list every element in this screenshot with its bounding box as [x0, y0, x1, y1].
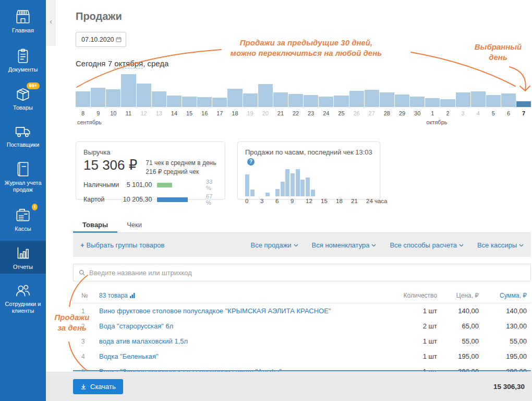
- day-label[interactable]: 27: [365, 110, 379, 128]
- filter-payment-methods[interactable]: Все способы расчета: [390, 241, 463, 249]
- day-label[interactable]: 25: [334, 110, 348, 128]
- day-label[interactable]: 18: [227, 110, 242, 128]
- day-bar[interactable]: [440, 99, 455, 107]
- row-sum: 195,00: [479, 352, 527, 360]
- filter-all-nomenclature[interactable]: Вся номенклатура: [312, 241, 377, 249]
- hour-bar: [300, 180, 305, 196]
- sidebar-item-cash-registers[interactable]: ! Кассы: [0, 203, 46, 235]
- day-label[interactable]: 15: [182, 110, 197, 128]
- day-bar[interactable]: [425, 98, 440, 107]
- tab-goods[interactable]: Товары: [73, 219, 117, 232]
- day-label[interactable]: 6: [501, 110, 516, 128]
- today-prefix: Сегодня 7: [76, 59, 114, 68]
- day-bar[interactable]: [501, 93, 516, 107]
- sidebar-item-reports[interactable]: Отчеты: [0, 241, 46, 274]
- sidebar-item-label: Сотрудники и клиенты: [1, 301, 45, 314]
- day-label[interactable]: 17: [212, 110, 227, 128]
- footer-bar: Скачать 15 306,30: [46, 372, 532, 401]
- day-bar[interactable]: [212, 98, 227, 107]
- hourly-title-text: Продажи по часам, последний чек 13:03: [245, 148, 372, 156]
- day-label[interactable]: 24: [319, 110, 333, 128]
- day-label[interactable]: 4: [471, 110, 486, 128]
- day-bar[interactable]: [227, 89, 242, 107]
- day-bar[interactable]: [258, 84, 273, 107]
- download-button[interactable]: Скачать: [73, 379, 123, 394]
- day-bar[interactable]: [516, 101, 531, 107]
- day-label[interactable]: 14: [167, 110, 182, 128]
- day-label[interactable]: 26: [349, 110, 364, 128]
- col-sum[interactable]: Сумма, ₽: [479, 292, 527, 299]
- select-goods-groups-link[interactable]: +Выбрать группы товаров: [80, 241, 164, 249]
- day-label[interactable]: 11: [121, 110, 136, 128]
- day-label[interactable]: 3: [456, 110, 470, 128]
- day-label[interactable]: 10: [106, 110, 120, 128]
- day-bar[interactable]: [304, 95, 318, 107]
- day-bar[interactable]: [365, 90, 379, 107]
- day-label[interactable]: 12: [137, 110, 151, 128]
- day-bar[interactable]: [152, 91, 166, 107]
- day-label[interactable]: 30: [410, 110, 425, 128]
- day-bar[interactable]: [91, 88, 105, 107]
- hour-bar: [306, 178, 310, 196]
- day-bar[interactable]: [349, 91, 364, 107]
- day-label[interactable]: 29: [395, 110, 409, 128]
- day-label[interactable]: 13: [152, 110, 166, 128]
- sidebar-item-documents[interactable]: Документы: [0, 43, 46, 76]
- product-link[interactable]: Вино фруктовое столовое полусладкое "КРЫ…: [99, 307, 389, 315]
- hourly-title: Продажи по часам, последний чек 13:03?: [245, 148, 372, 166]
- download-label: Скачать: [90, 383, 116, 391]
- sidebar-item-suppliers[interactable]: Поставщики: [0, 119, 46, 151]
- day-label[interactable]: 23: [304, 110, 318, 128]
- hour-bar: [311, 190, 315, 196]
- day-bar[interactable]: [380, 92, 394, 107]
- date-picker[interactable]: [76, 32, 126, 47]
- day-bar[interactable]: [243, 93, 258, 107]
- sidebar-item-staff[interactable]: Сотрудники и клиенты: [0, 278, 46, 317]
- day-bar[interactable]: [486, 95, 501, 107]
- day-bar[interactable]: [395, 95, 409, 107]
- day-label[interactable]: 20: [258, 110, 273, 128]
- day-label[interactable]: 19: [243, 110, 258, 128]
- cash-value: 5 101,00: [122, 181, 158, 188]
- day-label[interactable]: 28: [380, 110, 394, 128]
- day-bar[interactable]: [319, 97, 333, 107]
- day-bar[interactable]: [456, 92, 470, 107]
- day-label[interactable]: 21: [273, 110, 288, 128]
- product-link[interactable]: Вода "старорусская" 6л: [99, 322, 389, 330]
- day-bar[interactable]: [471, 91, 486, 107]
- filter-all-cashiers[interactable]: Все кассиры: [477, 241, 524, 249]
- date-input[interactable]: [81, 36, 116, 43]
- day-bar[interactable]: [167, 96, 182, 107]
- today-month-link[interactable]: октября: [114, 59, 143, 68]
- goods-count-link[interactable]: 83 товара: [99, 292, 389, 299]
- day-bar[interactable]: [197, 97, 212, 107]
- day-label[interactable]: 5: [486, 110, 501, 128]
- product-link[interactable]: вода атив малаховский 1,5л: [99, 337, 389, 345]
- hourly-sales-chart: [245, 168, 366, 196]
- sidebar-item-home[interactable]: Главная: [0, 4, 46, 37]
- filter-all-sales[interactable]: Все продажи: [251, 241, 298, 249]
- day-label[interactable]: 7: [516, 110, 531, 128]
- day-label[interactable]: 22: [288, 110, 303, 128]
- sidebar-item-label: Главная: [1, 27, 45, 34]
- people-icon: [14, 281, 32, 299]
- help-icon[interactable]: ?: [247, 158, 255, 166]
- product-link[interactable]: Водка "Беленькая": [99, 352, 389, 360]
- day-bar[interactable]: [137, 84, 151, 107]
- day-bar[interactable]: [410, 97, 425, 107]
- day-bar[interactable]: [76, 91, 90, 107]
- day-bar[interactable]: [288, 94, 303, 107]
- search-input[interactable]: [89, 269, 525, 277]
- tab-receipts[interactable]: Чеки: [117, 219, 151, 232]
- day-label[interactable]: 16: [197, 110, 212, 128]
- day-bar[interactable]: [273, 92, 288, 107]
- sidebar-collapse-handle[interactable]: ‹: [46, 0, 56, 46]
- day-bar[interactable]: [182, 97, 197, 107]
- day-bar[interactable]: [334, 96, 348, 107]
- calendar-icon[interactable]: [116, 36, 122, 43]
- sidebar-item-goods[interactable]: 99+ Товары: [0, 81, 46, 114]
- cash-percent: 33 %: [206, 179, 217, 191]
- day-bar[interactable]: [121, 74, 136, 107]
- day-bar[interactable]: [106, 89, 120, 107]
- sidebar-item-sales-journal[interactable]: Журнал учета продаж: [0, 157, 46, 196]
